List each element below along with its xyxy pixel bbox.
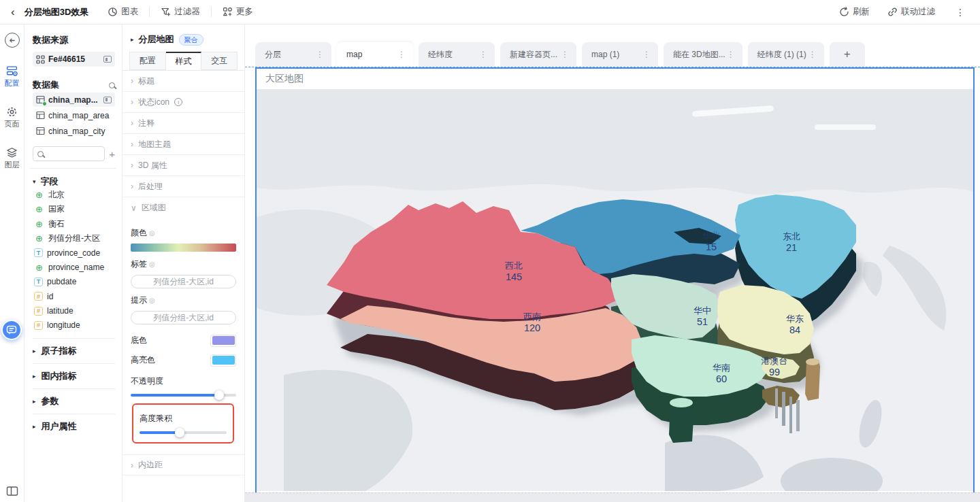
back-icon[interactable]: ‹ bbox=[11, 6, 15, 18]
dashboard-canvas: 分层⋮ map⋮ 经纬度⋮ 新建容器页...⋮ map (1)⋮ 能在 3D地图… bbox=[245, 24, 980, 502]
data-source-item[interactable]: Fe#46615 bbox=[33, 52, 115, 67]
page-tab[interactable]: 能在 3D地图...⋮ bbox=[664, 42, 742, 67]
chart-title: 大区地图 bbox=[257, 69, 973, 89]
section-chart-metrics[interactable]: ▸图内指标 bbox=[33, 363, 115, 388]
add-page-tab-button[interactable]: + bbox=[830, 42, 865, 67]
label-field-input[interactable]: 列值分组-大区,id bbox=[131, 275, 236, 288]
row-map-theme-section[interactable]: ›地图主题 bbox=[122, 134, 244, 155]
row-region-map-section[interactable]: ∨区域图 bbox=[122, 197, 244, 218]
row-postprocess-section[interactable]: ›后处理 bbox=[122, 176, 244, 197]
left-nav-rail: 配置 页面 图层 bbox=[0, 24, 24, 502]
chart-menu-button[interactable]: 图表 bbox=[108, 6, 138, 18]
tab-kebab-icon[interactable]: ⋮ bbox=[478, 50, 489, 59]
tab-kebab-icon[interactable]: ⋮ bbox=[807, 50, 818, 59]
dataset-item[interactable]: china_map_area bbox=[33, 108, 115, 122]
open-panel-icon[interactable] bbox=[103, 56, 112, 63]
setting-gear-icon[interactable]: ◎ bbox=[149, 297, 155, 304]
row-label: 地图主题 bbox=[138, 139, 171, 150]
field-item[interactable]: id bbox=[33, 289, 115, 303]
row-3d-section[interactable]: ›3D 属性 bbox=[122, 155, 244, 176]
data-source-heading: 数据来源 bbox=[33, 34, 115, 46]
field-search-text[interactable] bbox=[47, 149, 88, 158]
pie-chart-icon bbox=[108, 7, 118, 17]
field-item[interactable]: province_name bbox=[33, 260, 115, 274]
highlight-color-swatch[interactable] bbox=[210, 354, 236, 367]
field-item[interactable]: latitude bbox=[33, 303, 115, 318]
setting-gear-icon[interactable]: ◎ bbox=[149, 261, 155, 268]
arrow-left-icon bbox=[7, 36, 16, 45]
map-chart-card[interactable]: 大区地图 bbox=[255, 67, 975, 492]
opacity-slider[interactable] bbox=[131, 394, 236, 397]
caret-right-icon: ▸ bbox=[33, 373, 36, 380]
geo-field-icon bbox=[34, 234, 44, 244]
fields-section-header[interactable]: ▾ 字段 bbox=[33, 175, 115, 188]
layers-icon bbox=[6, 147, 18, 158]
row-title-section[interactable]: ›标题 bbox=[122, 71, 244, 92]
collapse-back-button[interactable] bbox=[5, 33, 20, 48]
dataset-search-icon[interactable] bbox=[109, 82, 115, 88]
add-field-button[interactable]: + bbox=[109, 149, 115, 159]
opacity-slider-knob[interactable] bbox=[214, 390, 224, 400]
chart-config-header[interactable]: ▸ 分层地图 聚合 bbox=[122, 24, 244, 52]
open-panel-icon[interactable] bbox=[103, 97, 112, 103]
top-toolbar: ‹ 分层地图3D效果 图表 过滤器 更多 刷新 联动过滤 ⋮ bbox=[0, 0, 980, 24]
refresh-button[interactable]: 刷新 bbox=[839, 6, 870, 18]
field-label: province_name bbox=[48, 263, 104, 272]
sidebar-toggle-button[interactable] bbox=[6, 486, 18, 497]
field-item[interactable]: pubdate bbox=[33, 275, 115, 289]
tab-kebab-icon[interactable]: ⋮ bbox=[396, 50, 407, 59]
field-item[interactable]: 北京 bbox=[33, 188, 115, 202]
rail-item-layers[interactable]: 图层 bbox=[5, 147, 20, 170]
field-item[interactable]: 衡石 bbox=[33, 217, 115, 231]
section-user-attributes[interactable]: ▸用户属性 bbox=[33, 414, 115, 439]
aggregate-badge: 聚合 bbox=[179, 34, 203, 46]
page-tab[interactable]: 经纬度⋮ bbox=[419, 42, 495, 67]
setting-gear-icon[interactable]: ◎ bbox=[149, 229, 155, 237]
map-3d-view[interactable]: 西北145 西南120 华北15 东北21 华中51 华东84 华南60 港澳台… bbox=[257, 89, 973, 491]
page-tab[interactable]: map (1)⋮ bbox=[582, 42, 658, 67]
row-padding-section[interactable]: ›内边距 bbox=[122, 454, 244, 475]
rail-item-page[interactable]: 页面 bbox=[5, 106, 20, 129]
chevron-right-icon: › bbox=[131, 118, 133, 128]
tab-config[interactable]: 配置 bbox=[129, 52, 166, 70]
number-field-icon bbox=[34, 321, 43, 330]
color-gradient-bar[interactable] bbox=[131, 244, 236, 252]
assistant-fab-button[interactable] bbox=[1, 320, 22, 340]
link-icon bbox=[887, 7, 898, 17]
page-tab[interactable]: 经纬度 (1) (1)⋮ bbox=[748, 42, 824, 67]
rail-item-config[interactable]: 配置 bbox=[5, 65, 20, 88]
tab-kebab-icon[interactable]: ⋮ bbox=[559, 50, 570, 59]
dataset-item[interactable]: china_map... bbox=[33, 93, 115, 107]
section-atomic-metrics[interactable]: ▸原子指标 bbox=[33, 338, 115, 363]
row-annotation-section[interactable]: ›注释 bbox=[122, 113, 244, 134]
tab-style[interactable]: 样式 bbox=[166, 52, 202, 70]
tab-kebab-icon[interactable]: ⋮ bbox=[641, 50, 652, 59]
color-label: 颜色 bbox=[131, 227, 147, 239]
filter-button[interactable]: 过滤器 bbox=[161, 6, 200, 18]
tooltip-field-input[interactable]: 列值分组-大区,id bbox=[131, 311, 236, 324]
widgets-icon bbox=[223, 7, 233, 17]
tab-interaction[interactable]: 交互 bbox=[201, 52, 238, 70]
dataset-name: china_map_city bbox=[48, 127, 112, 136]
topbar-kebab-menu[interactable]: ⋮ bbox=[951, 7, 969, 18]
dataset-item[interactable]: china_map_city bbox=[33, 124, 115, 138]
page-tab[interactable]: 新建容器页...⋮ bbox=[500, 42, 576, 67]
page-tab[interactable]: 分层⋮ bbox=[255, 42, 331, 67]
page-tab-active[interactable]: map⋮ bbox=[337, 42, 413, 67]
row-status-icon-section[interactable]: ›状态iconi bbox=[122, 92, 244, 113]
height-multiplier-slider[interactable] bbox=[140, 431, 227, 434]
field-item[interactable]: province_code bbox=[33, 246, 115, 260]
field-item[interactable]: 列值分组-大区 bbox=[33, 231, 115, 246]
field-item[interactable]: longitude bbox=[33, 318, 115, 333]
label-label: 标签 bbox=[131, 258, 147, 270]
more-button[interactable]: 更多 bbox=[223, 6, 253, 18]
tab-kebab-icon[interactable]: ⋮ bbox=[314, 50, 325, 59]
number-field-icon bbox=[34, 292, 43, 301]
tab-kebab-icon[interactable]: ⋮ bbox=[725, 50, 736, 59]
field-item[interactable]: 国家 bbox=[33, 202, 115, 216]
link-filter-button[interactable]: 联动过滤 bbox=[887, 6, 935, 18]
height-slider-knob[interactable] bbox=[175, 428, 184, 437]
section-parameters[interactable]: ▸参数 bbox=[33, 388, 115, 414]
base-color-swatch[interactable] bbox=[210, 335, 236, 347]
field-search-input[interactable] bbox=[33, 146, 105, 161]
